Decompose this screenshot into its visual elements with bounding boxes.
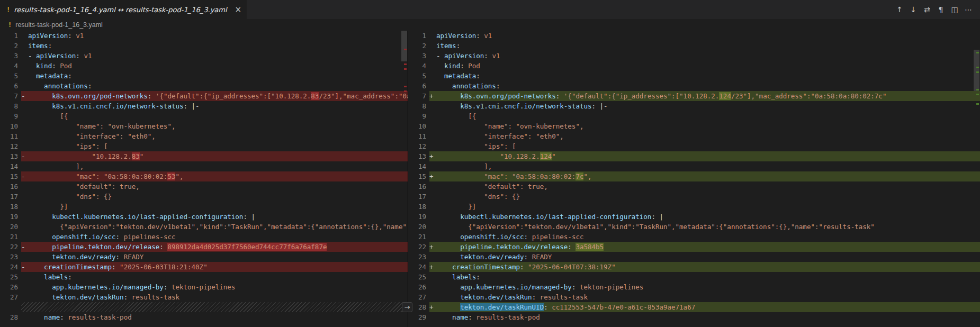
code-line[interactable]: 9 [{ [0, 111, 408, 121]
code-line[interactable]: 28 name: results-task-pod [0, 312, 408, 322]
tab-diff-yaml[interactable]: ! results-task-pod-1_16_4.yaml ↔ results… [0, 0, 247, 19]
code-text: [{ [436, 111, 980, 121]
code-line[interactable]: 9 [{ [408, 111, 980, 121]
line-number: 23 [0, 252, 21, 262]
next-change-icon[interactable]: ↓ [907, 3, 920, 16]
code-line[interactable]: 27 tekton.dev/taskRun: results-task [0, 292, 408, 302]
diff-sign [429, 272, 436, 282]
code-line[interactable]: 19 kubectl.kubernetes.io/last-applied-co… [0, 212, 408, 222]
code-line[interactable]: 17 "dns": {} [0, 192, 408, 202]
code-line[interactable]: 24+ creationTimestamp: "2025-06-04T07:38… [408, 262, 980, 272]
code-line[interactable]: 22- pipeline.tekton.dev/release: 898912d… [0, 242, 408, 252]
code-line[interactable]: 13- "10.128.2.83" [0, 151, 408, 161]
code-line[interactable]: 25 labels: [0, 272, 408, 282]
code-line[interactable]: 10 "name": "ovn-kubernetes", [0, 121, 408, 131]
line-number: 10 [408, 121, 429, 131]
code-line[interactable]: 27 tekton.dev/taskRun: results-task [408, 292, 980, 302]
original-scrollbar-thumb[interactable] [401, 31, 407, 61]
line-number: 18 [408, 202, 429, 212]
code-line[interactable]: 26 app.kubernetes.io/managed-by: tekton-… [0, 282, 408, 292]
line-number: 8 [0, 101, 21, 111]
code-line[interactable]: 5 metadata: [0, 71, 408, 81]
diff-sign [429, 312, 436, 322]
code-line[interactable]: 10 "name": "ovn-kubernetes", [408, 121, 980, 131]
code-line[interactable]: 12 "ips": [ [408, 141, 980, 151]
code-line[interactable]: 6 annotations: [0, 81, 408, 91]
code-line[interactable]: 13+ "10.128.2.124" [408, 151, 980, 161]
split-editor-icon[interactable]: ◫ [948, 3, 961, 16]
diff-sign [429, 252, 436, 262]
code-line[interactable]: 14 ], [0, 161, 408, 171]
code-line[interactable]: 15- "mac": "0a:58:0a:80:02:53", [0, 171, 408, 181]
line-number: 12 [0, 141, 21, 151]
code-line[interactable]: 11 "interface": "eth0", [408, 131, 980, 141]
code-line[interactable]: 26 app.kubernetes.io/managed-by: tekton-… [408, 282, 980, 292]
code-line[interactable]: 14 ], [408, 161, 980, 171]
code-text: kind: Pod [28, 61, 408, 71]
code-line[interactable]: 23 tekton.dev/ready: READY [0, 252, 408, 262]
code-line[interactable]: 11 "interface": "eth0", [0, 131, 408, 141]
code-line[interactable]: 12 "ips": [ [0, 141, 408, 151]
code-line[interactable]: 3- apiVersion: v1 [408, 51, 980, 61]
more-actions-icon[interactable]: ⋯ [962, 3, 975, 16]
code-line[interactable]: 16 "default": true, [408, 181, 980, 192]
code-line[interactable]: 1apiVersion: v1 [408, 31, 980, 41]
diff-sign: + [429, 171, 436, 181]
revert-change-arrow-button[interactable]: → [402, 302, 412, 312]
original-editor-lines: 1apiVersion: v12items:3- apiVersion: v14… [0, 31, 408, 322]
line-number: 28 [0, 312, 21, 322]
code-line[interactable]: 18 }] [408, 202, 980, 212]
code-line[interactable]: 4 kind: Pod [0, 61, 408, 71]
code-line[interactable]: 29 name: results-task-pod [408, 312, 980, 322]
breadcrumb[interactable]: ! results-task-pod-1_16_3.yaml [0, 19, 980, 31]
line-number: 4 [0, 61, 21, 71]
code-line[interactable]: 16 "default": true, [0, 181, 408, 192]
diff-sign [21, 51, 28, 61]
toggle-whitespace-icon[interactable]: ¶ [934, 3, 947, 16]
swap-diff-sides-icon[interactable]: ⇄ [921, 3, 933, 16]
code-line[interactable]: 1apiVersion: v1 [0, 31, 408, 41]
code-line[interactable]: 6 annotations: [408, 81, 980, 91]
code-line[interactable]: 5 metadata: [408, 71, 980, 81]
diff-sign: - [21, 151, 28, 161]
code-line[interactable]: 28+ tekton.dev/taskRunUID: cc112553-547b… [408, 302, 980, 312]
code-line[interactable]: 20 {"apiVersion":"tekton.dev/v1beta1","k… [408, 222, 980, 232]
overview-mark-deleted [404, 86, 407, 87]
code-line[interactable]: 7- k8s.ovn.org/pod-networks: '{"default"… [0, 91, 408, 101]
modified-scrollbar-thumb[interactable] [974, 50, 979, 91]
code-line[interactable]: 17 "dns": {} [408, 192, 980, 202]
code-line[interactable]: 21 openshift.io/scc: pipelines-scc [0, 232, 408, 242]
code-text: "ips": [ [28, 141, 408, 151]
code-line[interactable]: 19 kubectl.kubernetes.io/last-applied-co… [408, 212, 980, 222]
code-line[interactable]: 2items: [0, 41, 408, 51]
line-number: 10 [0, 121, 21, 131]
code-text: items: [436, 41, 980, 51]
code-text: "dns": {} [28, 192, 408, 202]
diff-sign: + [429, 151, 436, 161]
code-line[interactable]: 24- creationTimestamp: "2025-06-03T18:21… [0, 262, 408, 272]
code-line[interactable]: 23 tekton.dev/ready: READY [408, 252, 980, 262]
code-line[interactable]: 20 {"apiVersion":"tekton.dev/v1beta1","k… [0, 222, 408, 232]
code-text: tekton.dev/taskRun: results-task [28, 292, 408, 302]
diff-sign [429, 101, 436, 111]
diff-sign [21, 111, 28, 121]
code-line[interactable]: 4 kind: Pod [408, 61, 980, 71]
code-line[interactable]: 25 labels: [408, 272, 980, 282]
code-line[interactable]: 8 k8s.v1.cni.cncf.io/network-status: |- [0, 101, 408, 111]
code-line[interactable]: 15+ "mac": "0a:58:0a:80:02:7c", [408, 171, 980, 181]
tab-close-icon[interactable]: × [235, 5, 242, 14]
line-number: 20 [0, 222, 21, 232]
code-text: openshift.io/scc: pipelines-scc [28, 232, 408, 242]
previous-change-icon[interactable]: ↑ [893, 3, 906, 16]
code-line[interactable]: 8 k8s.v1.cni.cncf.io/network-status: |- [408, 101, 980, 111]
code-line[interactable]: 18 }] [0, 202, 408, 212]
code-line[interactable]: 22+ pipeline.tekton.dev/release: 3a584b5 [408, 242, 980, 252]
diff-sign [21, 41, 28, 51]
code-line[interactable]: 21 openshift.io/scc: pipelines-scc [408, 232, 980, 242]
code-line[interactable]: 7+ k8s.ovn.org/pod-networks: '{"default"… [408, 91, 980, 101]
code-text: "name": "ovn-kubernetes", [28, 121, 408, 131]
code-line[interactable]: 3- apiVersion: v1 [0, 51, 408, 61]
code-line[interactable]: 2items: [408, 41, 980, 51]
code-text: kubectl.kubernetes.io/last-applied-confi… [28, 212, 408, 222]
line-number: 11 [408, 131, 429, 141]
